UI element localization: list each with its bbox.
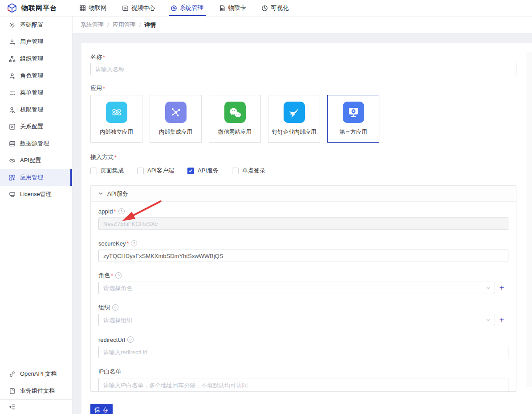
sidebar: 基础配置 用户管理 组织管理 角色管理 菜单管理 权限管理 关	[0, 16, 73, 414]
sidebar-item-openapi-doc[interactable]: OpenAPI 文档	[0, 365, 72, 382]
ip-whitelist-label: IP白名单	[98, 368, 508, 376]
org-select-input[interactable]	[98, 314, 495, 326]
app-card-label: 钉钉企业内部应用	[272, 128, 317, 136]
breadcrumb-item-system-manage[interactable]: 系统管理	[81, 21, 104, 29]
app-card-wechat-site[interactable]: 微信网站应用	[209, 95, 261, 143]
sidebar-item-menu-manage[interactable]: 菜单管理	[0, 84, 72, 101]
permission-icon	[9, 107, 16, 113]
access-field-label: 接入方式*	[90, 153, 516, 161]
checkbox-sso[interactable]: 单点登录	[232, 167, 265, 175]
sidebar-collapse-toggle[interactable]	[0, 399, 72, 414]
securekey-input[interactable]	[98, 250, 508, 262]
sidebar-item-license-manage[interactable]: License管理	[0, 186, 72, 203]
org-label: 组织 ?	[98, 303, 508, 312]
api-panel-header[interactable]: API服务	[91, 186, 516, 202]
sidebar-item-label: 数据源管理	[20, 139, 49, 148]
nav-item-label: 物联网	[89, 4, 107, 12]
api-service-panel: API服务 appId* ?	[90, 185, 516, 392]
help-circle-icon[interactable]: ?	[127, 336, 134, 343]
add-role-button[interactable]: +	[495, 282, 508, 294]
sidebar-item-label: 权限管理	[20, 106, 43, 114]
sidebar-item-basic-config[interactable]: 基础配置	[0, 16, 72, 33]
app-card-label: 微信网站应用	[218, 128, 252, 136]
breadcrumb-item-app-manage[interactable]: 应用管理	[113, 21, 136, 29]
nav-item-label: 视频中心	[131, 4, 155, 12]
securekey-field: secureKey* ?	[98, 239, 508, 262]
sidebar-item-component-doc[interactable]: 业务组件文档	[0, 382, 72, 399]
wechat-icon	[227, 105, 243, 120]
api-panel-title: API服务	[107, 190, 128, 198]
sidebar-item-permission-manage[interactable]: 权限管理	[0, 101, 72, 118]
app-card-label: 第三方应用	[339, 128, 367, 136]
redirecturl-label: redirectUrl ?	[98, 336, 508, 344]
org-icon	[9, 56, 16, 62]
app-type-cards: 内部独立应用 内部集成应用	[90, 95, 516, 143]
nav-item-visualization[interactable]: 可视化	[261, 0, 289, 16]
checkbox-box	[232, 168, 239, 174]
sidebar-item-role-manage[interactable]: 角色管理	[0, 67, 72, 84]
help-circle-icon[interactable]: ?	[115, 272, 122, 279]
sidebar-item-label: 菜单管理	[20, 89, 43, 97]
menu-icon	[9, 90, 16, 96]
appid-input	[98, 217, 508, 230]
nav-item-iot[interactable]: 物联网	[79, 0, 107, 16]
scrollbar-track[interactable]	[526, 52, 532, 387]
gear-icon	[9, 22, 16, 29]
check-icon	[188, 168, 193, 173]
ip-whitelist-textarea[interactable]	[98, 378, 508, 392]
app-badge	[106, 102, 127, 123]
sidebar-item-user-manage[interactable]: 用户管理	[0, 33, 72, 50]
access-options: 页面集成 API客户端 API服务 单点登录	[90, 167, 516, 175]
sidebar-item-label: API配置	[20, 156, 41, 164]
doc-icon	[9, 388, 16, 394]
sidebar-item-relation-config[interactable]: 关系配置	[0, 118, 72, 135]
third-party-icon	[346, 105, 361, 119]
app-card-label: 内部集成应用	[159, 128, 192, 136]
sidebar-item-datasource-manage[interactable]: 数据源管理	[0, 135, 72, 152]
user-icon	[9, 39, 16, 45]
checkbox-api-client[interactable]: API客户端	[137, 167, 174, 175]
help-circle-icon[interactable]: ?	[118, 208, 125, 214]
visualization-icon	[261, 5, 268, 12]
sidebar-item-org-manage[interactable]: 组织管理	[0, 50, 72, 67]
app-field-label: 应用*	[90, 84, 516, 92]
role-select-input[interactable]	[98, 282, 495, 294]
role-select[interactable]	[98, 282, 495, 294]
redirecturl-input[interactable]	[98, 346, 508, 358]
checkbox-api-service[interactable]: API服务	[187, 167, 219, 175]
add-org-button[interactable]: +	[495, 314, 508, 326]
name-field-label: 名称*	[90, 53, 516, 61]
app-badge	[284, 102, 305, 123]
checkbox-page-integration[interactable]: 页面集成	[90, 167, 124, 175]
app-card-internal-integrated[interactable]: 内部集成应用	[150, 95, 202, 143]
save-button[interactable]: 保 存	[90, 404, 113, 414]
nav-item-sim-card[interactable]: 物联卡	[219, 0, 247, 16]
help-circle-icon[interactable]: ?	[131, 240, 137, 246]
sidebar-item-api-config[interactable]: API配置	[0, 152, 72, 169]
required-star: *	[114, 154, 117, 161]
app-card-dingtalk-internal[interactable]: 钉钉企业内部应用	[268, 95, 320, 143]
help-circle-icon[interactable]: ?	[112, 304, 118, 311]
nav-item-system-manage[interactable]: 系统管理	[171, 0, 204, 16]
dingtalk-icon	[287, 105, 301, 119]
role-icon	[9, 73, 16, 79]
brand-logo[interactable]: 物联网平台	[0, 3, 79, 13]
cube-logo-icon	[7, 3, 17, 13]
required-star: *	[126, 240, 129, 247]
role-field: 角色* ? +	[98, 271, 508, 294]
app-card-internal-standalone[interactable]: 内部独立应用	[90, 95, 142, 143]
nav-item-video-center[interactable]: 视频中心	[122, 0, 155, 16]
sidebar-item-label: 用户管理	[20, 38, 43, 46]
redirecturl-field: redirectUrl ?	[98, 336, 508, 358]
org-select[interactable]	[98, 314, 495, 326]
ip-whitelist-field: IP白名单	[98, 368, 508, 392]
securekey-label: secureKey* ?	[98, 239, 508, 247]
sidebar-item-app-manage[interactable]: 应用管理	[0, 169, 72, 186]
required-star: *	[114, 208, 116, 215]
iot-grid-icon	[79, 5, 86, 12]
name-input[interactable]	[90, 63, 516, 75]
breadcrumb: 系统管理 / 应用管理 / 详情	[73, 16, 532, 33]
app-card-third-party[interactable]: 第三方应用	[327, 95, 379, 143]
required-star: *	[111, 272, 113, 279]
sidebar-item-label: 关系配置	[20, 123, 43, 131]
